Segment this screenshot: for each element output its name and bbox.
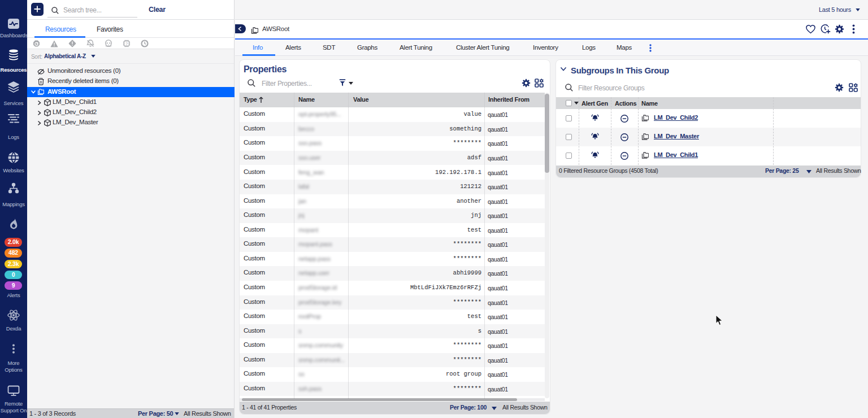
svg-text:?: ?	[125, 41, 128, 46]
